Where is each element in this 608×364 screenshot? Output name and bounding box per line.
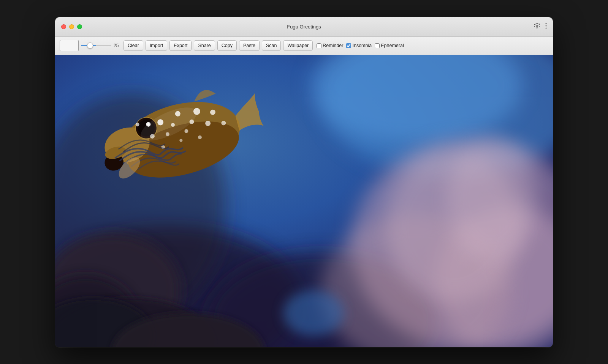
checkbox-group: Reminder Insomnia Ephemeral — [317, 43, 404, 48]
brush-size-slider[interactable] — [81, 45, 111, 46]
slider-container: 25 — [81, 43, 121, 48]
export-button[interactable]: Export — [169, 40, 192, 51]
svg-point-14 — [283, 290, 344, 336]
app-window: Fugu Greetings — [55, 17, 553, 347]
share-button[interactable]: Share — [194, 40, 215, 51]
reminder-checkbox-label[interactable]: Reminder — [317, 43, 343, 48]
color-swatch[interactable] — [60, 40, 79, 51]
titlebar: Fugu Greetings — [55, 17, 553, 37]
more-options-icon[interactable] — [545, 23, 547, 30]
import-button[interactable]: Import — [146, 40, 167, 51]
svg-point-1 — [546, 25, 547, 27]
insomnia-label: Insomnia — [352, 43, 372, 48]
insomnia-checkbox-label[interactable]: Insomnia — [346, 43, 372, 48]
scan-button[interactable]: Scan — [262, 40, 281, 51]
slider-value: 25 — [114, 43, 121, 48]
titlebar-actions — [534, 23, 547, 30]
minimize-button[interactable] — [69, 24, 74, 29]
reminder-label: Reminder — [323, 43, 343, 48]
ephemeral-checkbox[interactable] — [375, 43, 380, 48]
ephemeral-label: Ephemeral — [381, 43, 404, 48]
close-button[interactable] — [61, 24, 66, 29]
gear-icon[interactable] — [534, 23, 540, 30]
drawing-canvas[interactable] — [55, 55, 553, 347]
window-title: Fugu Greetings — [287, 24, 321, 30]
svg-point-16 — [446, 139, 538, 260]
content-area — [55, 55, 553, 347]
clear-button[interactable]: Clear — [124, 40, 143, 51]
copy-button[interactable]: Copy — [217, 40, 237, 51]
wallpaper-button[interactable]: Wallpaper — [283, 40, 313, 51]
ephemeral-checkbox-label[interactable]: Ephemeral — [375, 43, 404, 48]
paste-button[interactable]: Paste — [239, 40, 260, 51]
svg-point-2 — [546, 28, 547, 29]
traffic-lights — [61, 24, 82, 29]
maximize-button[interactable] — [77, 24, 82, 29]
reminder-checkbox[interactable] — [317, 43, 321, 48]
svg-point-0 — [546, 23, 547, 24]
insomnia-checkbox[interactable] — [346, 43, 351, 48]
toolbar: 25 Clear Import Export Share Copy Paste … — [55, 37, 553, 55]
